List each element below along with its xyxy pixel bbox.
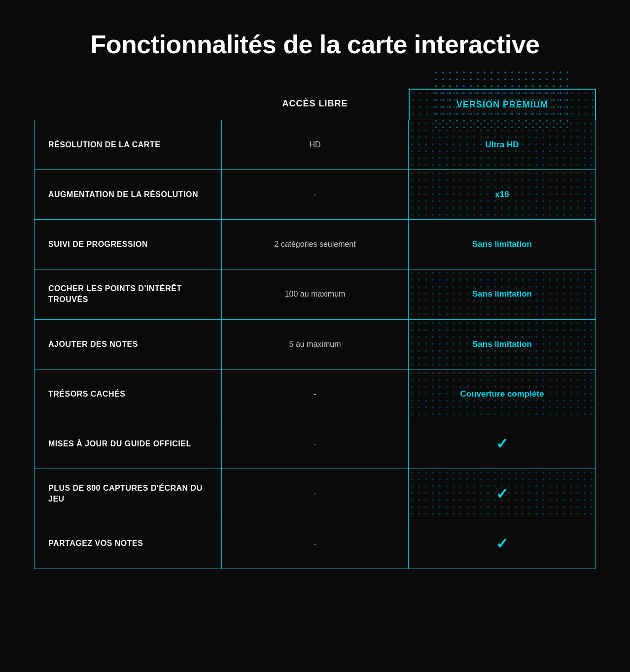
premium-value-cell-2: Sans limitation [409, 220, 595, 269]
feature-cell-8: PARTAGEZ VOS NOTES [35, 519, 222, 569]
checkmark-icon: ✓ [496, 485, 508, 503]
page-title: Fonctionnalités de la carte interactive [30, 30, 600, 59]
table-row: AUGMENTATION DE LA RÉSOLUTION-x16 [35, 169, 595, 219]
header-empty-cell [34, 89, 221, 120]
premium-value-cell-3: Sans limitation [409, 269, 595, 319]
feature-cell-3: COCHER LES POINTS D'INTÉRÊT TROUVÉS [35, 269, 222, 319]
premium-value-cell-0: Ultra HD [409, 120, 595, 169]
feature-cell-2: SUIVI DE PROGRESSION [35, 220, 222, 269]
table-row: PLUS DE 800 CAPTURES D'ÉCRAN DU JEU-✓ [35, 469, 595, 519]
table-row: PARTAGEZ VOS NOTES-✓ [35, 519, 595, 569]
column-headers: ACCÈS LIBRE VERSION PREMIUM [34, 89, 596, 120]
premium-value-cell-6: ✓ [409, 419, 595, 469]
premium-value-cell-5: Couverture complète [409, 370, 595, 419]
checkmark-icon: ✓ [496, 535, 508, 552]
libre-value-cell-7: - [222, 469, 409, 519]
page-wrapper: Fonctionnalités de la carte interactive … [0, 0, 630, 672]
feature-cell-7: PLUS DE 800 CAPTURES D'ÉCRAN DU JEU [35, 469, 222, 519]
table-row: MISES À JOUR DU GUIDE OFFICIEL-✓ [35, 419, 595, 469]
table-row: SUIVI DE PROGRESSION2 catégories seuleme… [35, 219, 595, 269]
table-row: TRÉSORS CACHÉS-Couverture complète [35, 369, 595, 419]
feature-cell-5: TRÉSORS CACHÉS [35, 370, 222, 419]
feature-cell-0: RÉSOLUTION DE LA CARTE [35, 120, 222, 169]
feature-cell-6: MISES À JOUR DU GUIDE OFFICIEL [35, 419, 222, 469]
libre-value-cell-5: - [222, 370, 409, 419]
libre-value-cell-8: - [222, 519, 409, 569]
premium-value-cell-4: Sans limitation [409, 320, 595, 369]
checkmark-icon: ✓ [496, 435, 508, 452]
feature-cell-4: AJOUTER DES NOTES [35, 320, 222, 369]
header-libre: ACCÈS LIBRE [221, 89, 409, 120]
comparison-table: RÉSOLUTION DE LA CARTEHDUltra HDAUGMENTA… [34, 120, 596, 569]
libre-value-cell-2: 2 catégories seulement [222, 220, 409, 269]
premium-value-cell-7: ✓ [409, 469, 595, 519]
feature-cell-1: AUGMENTATION DE LA RÉSOLUTION [35, 170, 222, 219]
libre-value-cell-6: - [222, 419, 409, 469]
premium-value-cell-8: ✓ [409, 519, 595, 569]
table-row: AJOUTER DES NOTES5 au maximumSans limita… [35, 319, 595, 369]
libre-value-cell-3: 100 au maximum [222, 269, 409, 319]
libre-value-cell-1: - [222, 170, 409, 219]
table-row: COCHER LES POINTS D'INTÉRÊT TROUVÉS100 a… [35, 269, 595, 319]
table-container: ACCÈS LIBRE VERSION PREMIUM RÉSOLUTION D… [34, 89, 596, 569]
libre-value-cell-4: 5 au maximum [222, 320, 409, 369]
libre-value-cell-0: HD [222, 120, 409, 169]
premium-value-cell-1: x16 [409, 170, 595, 219]
table-row: RÉSOLUTION DE LA CARTEHDUltra HD [35, 120, 595, 169]
header-premium: VERSION PREMIUM [409, 89, 596, 120]
